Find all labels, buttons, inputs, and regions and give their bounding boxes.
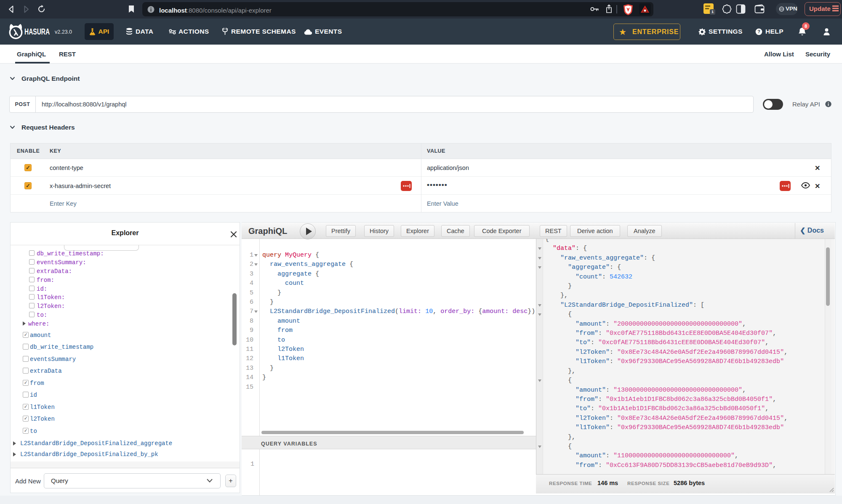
- svg-text:?: ?: [757, 29, 760, 34]
